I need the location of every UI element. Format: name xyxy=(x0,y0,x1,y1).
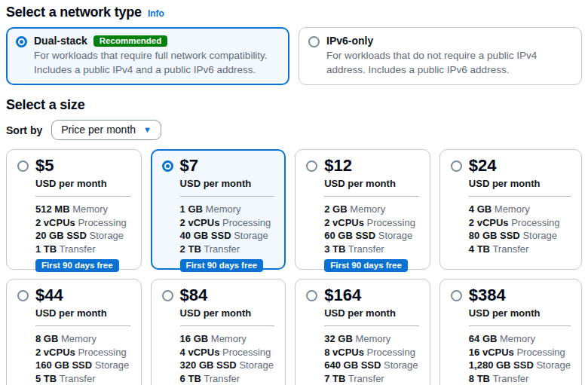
plan-price: $12 xyxy=(324,156,352,176)
plan-price: $24 xyxy=(469,156,497,176)
spec-row: 16 vCPUs Processing xyxy=(469,346,571,359)
spec-label: Storage xyxy=(536,359,571,371)
divider xyxy=(324,196,419,197)
plan-card[interactable]: $164 USD per month 32 GB Memory8 vCPUs P… xyxy=(295,279,430,385)
spec-value: 64 GB xyxy=(469,333,498,344)
spec-value: 160 GB SSD xyxy=(35,359,92,371)
network-option-radio[interactable] xyxy=(308,36,320,47)
plan-card[interactable]: $44 USD per month 8 GB Memory2 vCPUs Pro… xyxy=(6,279,142,385)
sort-select-value: Price per month xyxy=(61,124,136,136)
plan-grid: $5 USD per month 512 MB Memory2 vCPUs Pr… xyxy=(6,149,582,385)
spec-label: Memory xyxy=(206,203,241,215)
plan-radio[interactable] xyxy=(306,290,317,301)
plan-price: $84 xyxy=(180,286,208,305)
plan-period: USD per month xyxy=(35,178,130,189)
spec-value: 3 TB xyxy=(324,243,345,255)
plan-details: USD per month 32 GB Memory8 vCPUs Proces… xyxy=(324,307,419,385)
network-option-card[interactable]: Dual-stack Recommended For workloads tha… xyxy=(6,27,289,85)
spec-label: Processing xyxy=(511,217,559,228)
spec-row: 320 GB SSD Storage xyxy=(180,359,275,372)
spec-value: 5 TB xyxy=(35,373,57,384)
spec-row: 3 TB Transfer xyxy=(324,243,419,256)
spec-value: 1,280 GB SSD xyxy=(469,359,534,371)
plan-period: USD per month xyxy=(469,307,571,319)
network-option-content: IPv6-only For workloads that do not requ… xyxy=(326,35,571,77)
spec-row: 160 GB SSD Storage xyxy=(35,359,130,372)
spec-label: Processing xyxy=(222,217,271,228)
plan-card[interactable]: $7 USD per month 1 GB Memory2 vCPUs Proc… xyxy=(151,149,286,270)
spec-label: Transfer xyxy=(204,373,240,384)
plan-radio[interactable] xyxy=(162,160,173,172)
plan-details: USD per month 512 MB Memory2 vCPUs Proce… xyxy=(35,178,130,272)
network-option-radio[interactable] xyxy=(16,36,27,47)
plan-card[interactable]: $84 USD per month 16 GB Memory4 vCPUs Pr… xyxy=(151,279,286,385)
plan-details: USD per month 1 GB Memory2 vCPUs Process… xyxy=(180,178,275,272)
plan-period: USD per month xyxy=(324,178,419,189)
spec-row: 8 GB Memory xyxy=(35,332,130,346)
spec-row: 8 TB Transfer xyxy=(469,372,571,385)
spec-value: 32 GB xyxy=(324,333,353,344)
spec-row: 2 vCPUs Processing xyxy=(35,216,130,230)
plan-specs: 512 MB Memory2 vCPUs Processing20 GB SSD… xyxy=(35,203,130,255)
spec-label: Storage xyxy=(384,359,418,371)
plan-radio[interactable] xyxy=(162,290,173,301)
network-option-content: Dual-stack Recommended For workloads tha… xyxy=(34,35,278,77)
plan-details: USD per month 64 GB Memory16 vCPUs Proce… xyxy=(469,307,571,385)
spec-value: 40 GB SSD xyxy=(180,230,231,241)
divider xyxy=(35,325,130,326)
plan-radio[interactable] xyxy=(451,160,462,172)
plan-radio[interactable] xyxy=(17,160,29,172)
spec-value: 8 GB xyxy=(35,333,58,344)
info-link[interactable]: Info xyxy=(148,8,164,19)
plan-card[interactable]: $24 USD per month 4 GB Memory2 vCPUs Pro… xyxy=(439,149,582,270)
plan-price: $7 xyxy=(180,156,198,176)
spec-value: 60 GB SSD xyxy=(324,230,375,241)
sort-select[interactable]: Price per month ▼ xyxy=(51,120,161,140)
plan-badge: First 90 days free xyxy=(324,259,408,272)
spec-label: Storage xyxy=(90,230,124,241)
spec-value: 2 vCPUs xyxy=(324,217,364,228)
plan-card[interactable]: $384 USD per month 64 GB Memory16 vCPUs … xyxy=(439,279,582,385)
plan-price: $164 xyxy=(324,286,361,305)
plan-card[interactable]: $12 USD per month 2 GB Memory2 vCPUs Pro… xyxy=(295,149,430,270)
spec-label: Memory xyxy=(211,333,247,344)
divider xyxy=(469,196,571,197)
spec-label: Storage xyxy=(378,230,413,241)
plan-details: USD per month 4 GB Memory2 vCPUs Process… xyxy=(469,178,571,255)
spec-label: Processing xyxy=(78,217,126,228)
plan-specs: 32 GB Memory8 vCPUs Processing640 GB SSD… xyxy=(324,332,419,385)
spec-row: 6 TB Transfer xyxy=(180,372,275,385)
plan-radio[interactable] xyxy=(17,290,29,301)
spec-value: 16 GB xyxy=(180,333,209,344)
spec-row: 1,280 GB SSD Storage xyxy=(469,359,571,372)
spec-value: 2 vCPUs xyxy=(35,217,75,228)
network-options: Dual-stack Recommended For workloads tha… xyxy=(6,27,582,85)
spec-label: Memory xyxy=(500,333,535,344)
sort-by-label: Sort by xyxy=(6,124,42,136)
plan-period: USD per month xyxy=(324,307,419,319)
network-section-header: Select a network type Info xyxy=(6,5,582,20)
plan-price: $384 xyxy=(469,286,506,305)
spec-row: 40 GB SSD Storage xyxy=(180,229,275,243)
spec-row: 2 vCPUs Processing xyxy=(35,346,130,359)
plan-details: USD per month 2 GB Memory2 vCPUs Process… xyxy=(324,178,419,272)
spec-row: 2 vCPUs Processing xyxy=(324,216,419,230)
spec-label: Transfer xyxy=(60,373,96,384)
spec-label: Memory xyxy=(350,203,385,215)
divider xyxy=(180,196,275,197)
spec-row: 8 vCPUs Processing xyxy=(324,346,419,359)
plan-price: $44 xyxy=(35,286,63,305)
sort-row: Sort by Price per month ▼ xyxy=(6,120,582,140)
spec-value: 512 MB xyxy=(35,203,70,215)
plan-radio[interactable] xyxy=(451,290,462,301)
plan-specs: 2 GB Memory2 vCPUs Processing60 GB SSD S… xyxy=(324,203,419,255)
network-option-card[interactable]: IPv6-only For workloads that do not requ… xyxy=(299,27,582,85)
plan-radio[interactable] xyxy=(306,160,317,172)
spec-row: 2 vCPUs Processing xyxy=(180,216,275,230)
spec-row: 32 GB Memory xyxy=(324,332,419,346)
plan-period: USD per month xyxy=(35,307,130,319)
spec-row: 1 TB Transfer xyxy=(35,243,130,256)
plan-card[interactable]: $5 USD per month 512 MB Memory2 vCPUs Pr… xyxy=(6,149,142,270)
spec-label: Processing xyxy=(78,347,126,358)
spec-label: Transfer xyxy=(348,243,384,255)
